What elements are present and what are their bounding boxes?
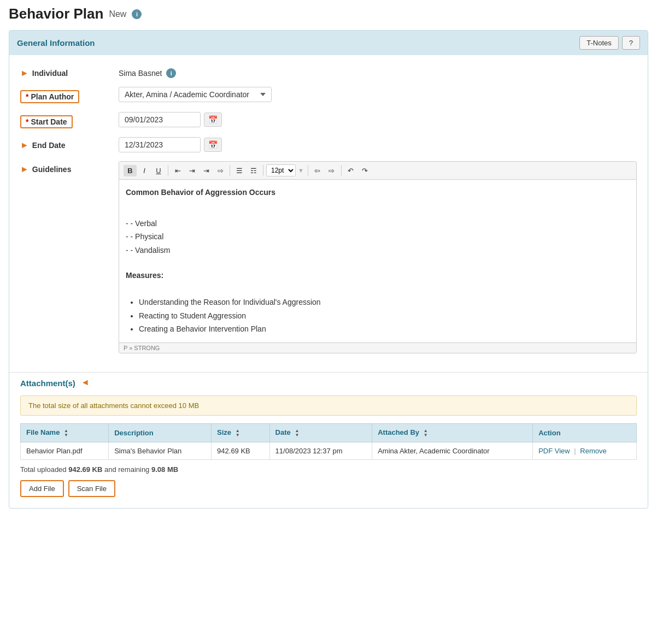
pdf-view-link[interactable]: PDF View: [538, 447, 570, 455]
storage-remaining: 9.08 MB: [151, 465, 178, 474]
plan-author-select[interactable]: Akter, Amina / Academic Coordinator Othe…: [119, 87, 272, 102]
attachments-section: Attachment(s) ► The total size of all at…: [9, 372, 648, 508]
sort-icon-date[interactable]: ▲▼: [295, 429, 299, 438]
cell-description: Sima's Behavior Plan: [109, 442, 212, 459]
storage-info: Total uploaded 942.69 KB and remaining 9…: [20, 465, 637, 474]
end-date-calendar-btn[interactable]: 📅: [204, 138, 222, 152]
end-date-input[interactable]: 12/31/2023: [119, 137, 201, 152]
list-item: - Verbal: [126, 217, 630, 229]
end-date-arrow-icon: ►: [20, 140, 29, 150]
start-date-calendar-btn[interactable]: 📅: [204, 113, 222, 127]
start-date-input[interactable]: 09/01/2023: [119, 112, 201, 127]
sort-icon-size[interactable]: ▲▼: [236, 429, 240, 438]
cell-file-name: Behavior Plan.pdf: [21, 442, 109, 459]
guidelines-label-area: ► Guidelines: [20, 161, 119, 174]
redo-button[interactable]: ↷: [359, 165, 372, 176]
start-date-value-area: 09/01/2023 📅: [119, 112, 637, 127]
start-date-label: Start Date: [31, 117, 67, 126]
warning-text: The total size of all attachments cannot…: [28, 401, 199, 410]
header-actions: T-Notes ?: [579, 36, 640, 50]
general-info-title: General Information: [17, 38, 95, 48]
scan-file-button[interactable]: Scan File: [68, 480, 115, 497]
individual-label-area: ► Individual: [20, 65, 119, 78]
cell-size: 942.69 KB: [212, 442, 270, 459]
table-header-row: File Name ▲▼ Description Size ▲▼ Date ▲▼: [21, 424, 637, 442]
indent-increase-button[interactable]: ⇨: [325, 165, 338, 176]
sort-icon-attached-by[interactable]: ▲▼: [424, 429, 428, 438]
start-date-label-box: *Start Date: [20, 115, 73, 128]
form-body: ► Individual Sima Basnet i *Plan Author …: [9, 55, 648, 372]
attachments-arrow-icon: ►: [81, 378, 90, 388]
underline-button[interactable]: U: [152, 165, 165, 176]
storage-middle: and remaining: [102, 465, 151, 474]
page-title-badge: New: [109, 9, 126, 19]
list-item: - Physical: [126, 231, 630, 243]
toolbar-sep-4: [308, 165, 308, 176]
bold-button[interactable]: B: [124, 165, 137, 176]
add-file-button[interactable]: Add File: [20, 480, 64, 497]
tnotes-button[interactable]: T-Notes: [579, 36, 619, 50]
col-attached-by: Attached By ▲▼: [372, 424, 533, 442]
end-date-label-area: ► End Date: [20, 137, 119, 150]
page-title-area: Behavior Plan New i: [9, 5, 648, 22]
toolbar-sep-2: [230, 165, 230, 176]
ordered-list-button[interactable]: ☶: [247, 165, 260, 176]
guidelines-row: ► Guidelines B I U ⇤ ⇥ ⇥ ⇨: [20, 161, 637, 353]
sort-icon-file-name[interactable]: ▲▼: [64, 429, 68, 438]
individual-info-icon[interactable]: i: [166, 68, 176, 78]
list-item: - Vandalism: [126, 244, 630, 256]
editor-heading: Common Behavior of Aggression Occurs: [126, 186, 630, 198]
toolbar-sep-3: [263, 165, 263, 176]
editor-status-text: P » STRONG: [124, 345, 160, 351]
individual-value-area: Sima Basnet i: [119, 65, 637, 78]
cell-action: PDF View | Remove: [533, 442, 637, 459]
page-title: Behavior Plan: [9, 5, 103, 22]
align-right-button[interactable]: ⇥: [200, 165, 213, 176]
action-separator: |: [574, 447, 576, 455]
plan-author-value-area: Akter, Amina / Academic Coordinator Othe…: [119, 87, 637, 102]
help-button[interactable]: ?: [622, 36, 640, 50]
individual-value: Sima Basnet: [119, 69, 162, 78]
start-date-wrap: 09/01/2023 📅: [119, 112, 637, 127]
editor-bullet-list: Understanding the Reason for Individual'…: [139, 296, 630, 335]
editor-toolbar: B I U ⇤ ⇥ ⇥ ⇨ ☰ ☶ 12pt 1: [119, 162, 636, 180]
align-justify-button[interactable]: ⇨: [214, 165, 227, 176]
toolbar-sep-1: [168, 165, 168, 176]
plan-author-label-box: *Plan Author: [20, 90, 79, 103]
cell-attached-by: Amina Akter, Academic Coordinator: [372, 442, 533, 459]
page-info-icon[interactable]: i: [132, 9, 142, 19]
individual-arrow-icon: ►: [20, 68, 29, 78]
main-card: General Information T-Notes ? ► Individu…: [9, 30, 648, 509]
storage-used: 942.69 KB: [68, 465, 102, 474]
italic-button[interactable]: I: [138, 165, 151, 176]
col-action: Action: [533, 424, 637, 442]
guidelines-value-area: B I U ⇤ ⇥ ⇥ ⇨ ☰ ☶ 12pt 1: [119, 161, 637, 353]
editor-status-bar: P » STRONG: [119, 342, 636, 353]
col-file-name: File Name ▲▼: [21, 424, 109, 442]
attachments-table: File Name ▲▼ Description Size ▲▼ Date ▲▼: [20, 423, 637, 460]
individual-row: ► Individual Sima Basnet i: [20, 65, 637, 78]
list-item: Understanding the Reason for Individual'…: [139, 296, 630, 308]
indent-decrease-button[interactable]: ⇦: [311, 165, 324, 176]
editor-content[interactable]: Common Behavior of Aggression Occurs - V…: [119, 180, 636, 342]
table-body: Behavior Plan.pdf Sima's Behavior Plan 9…: [21, 442, 637, 459]
font-size-select[interactable]: 12pt 10pt 14pt 16pt: [266, 164, 296, 176]
end-date-label: End Date: [32, 141, 66, 150]
editor-measures-heading: Measures:: [126, 269, 630, 281]
align-center-button[interactable]: ⇥: [185, 165, 198, 176]
editor-plain-list: - Verbal - Physical - Vandalism: [126, 217, 630, 256]
undo-button[interactable]: ↶: [344, 165, 357, 176]
end-date-value-area: 12/31/2023 📅: [119, 137, 637, 152]
table-head: File Name ▲▼ Description Size ▲▼ Date ▲▼: [21, 424, 637, 442]
storage-prefix: Total uploaded: [20, 465, 68, 474]
editor-spacer-1: [126, 203, 630, 215]
plan-author-required: *: [26, 92, 28, 101]
align-left-button[interactable]: ⇤: [171, 165, 184, 176]
col-date: Date ▲▼: [269, 424, 372, 442]
table-row: Behavior Plan.pdf Sima's Behavior Plan 9…: [21, 442, 637, 459]
guidelines-label: Guidelines: [32, 165, 72, 174]
individual-label: Individual: [32, 69, 68, 78]
unordered-list-button[interactable]: ☰: [233, 165, 246, 176]
end-date-wrap: 12/31/2023 📅: [119, 137, 637, 152]
remove-link[interactable]: Remove: [580, 447, 606, 455]
